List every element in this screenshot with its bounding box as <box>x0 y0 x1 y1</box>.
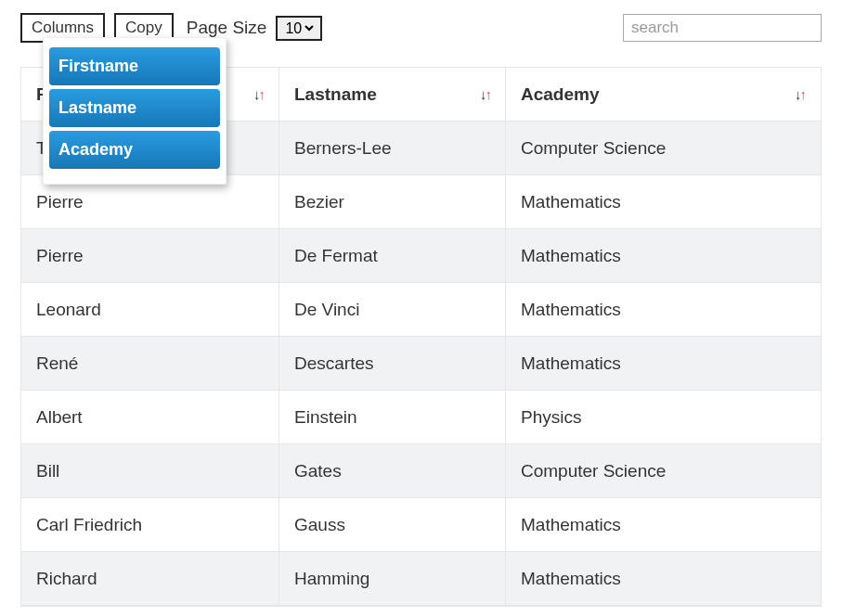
table-row[interactable]: RichardHammingMathematics <box>21 552 821 606</box>
cell-firstname: Bill <box>21 444 279 497</box>
header-academy[interactable]: Academy ↓↑ <box>506 68 820 121</box>
dropdown-item-academy[interactable]: Academy <box>49 131 220 169</box>
cell-firstname: Pierre <box>21 229 279 282</box>
cell-lastname: Gauss <box>279 498 506 551</box>
search-input[interactable] <box>623 14 822 42</box>
cell-firstname: René <box>21 337 279 390</box>
cell-academy: Computer Science <box>506 444 820 497</box>
sort-icon: ↓↑ <box>480 86 490 102</box>
cell-lastname: De Vinci <box>279 283 506 336</box>
sort-icon: ↓↑ <box>795 86 805 102</box>
page-size-label: Page Size <box>187 18 267 38</box>
cell-firstname: Richard <box>21 552 279 605</box>
cell-lastname: Einstein <box>279 391 506 443</box>
dropdown-item-firstname[interactable]: Firstname <box>49 47 220 85</box>
cell-lastname: Hamming <box>279 552 506 605</box>
table-row[interactable]: RenéDescartesMathematics <box>21 337 821 391</box>
cell-academy: Physics <box>506 391 820 443</box>
table-row[interactable]: BillGatesComputer Science <box>21 444 821 498</box>
header-academy-label: Academy <box>521 84 600 105</box>
sort-icon: ↓↑ <box>253 86 264 102</box>
cell-lastname: Descartes <box>279 337 506 390</box>
cell-academy: Mathematics <box>506 175 820 228</box>
cell-academy: Mathematics <box>506 552 820 605</box>
cell-academy: Mathematics <box>506 283 820 336</box>
table-row[interactable]: LeonardDe VinciMathematics <box>21 283 821 337</box>
cell-academy: Computer Science <box>506 122 820 174</box>
header-lastname-label: Lastname <box>294 84 377 105</box>
cell-lastname: Gates <box>279 444 506 497</box>
table-row[interactable]: AlbertEinsteinPhysics <box>21 391 821 444</box>
cell-lastname: Berners-Lee <box>279 122 506 174</box>
cell-academy: Mathematics <box>506 229 820 282</box>
cell-firstname: Albert <box>21 391 279 443</box>
cell-lastname: Bezier <box>279 175 506 228</box>
dropdown-item-lastname[interactable]: Lastname <box>49 89 220 127</box>
table-row[interactable]: Carl FriedrichGaussMathematics <box>21 498 821 552</box>
cell-lastname: De Fermat <box>279 229 506 282</box>
cell-academy: Mathematics <box>506 337 820 390</box>
columns-dropdown: Firstname Lastname Academy <box>43 37 227 185</box>
cell-firstname: Carl Friedrich <box>21 498 279 551</box>
cell-academy: Mathematics <box>506 498 820 551</box>
page-size-select-wrap: 10 <box>276 16 322 41</box>
page-size-select[interactable]: 10 <box>281 19 317 37</box>
header-lastname[interactable]: Lastname ↓↑ <box>279 68 506 121</box>
cell-firstname: Leonard <box>21 283 279 336</box>
table-row[interactable]: PierreDe FermatMathematics <box>21 229 821 283</box>
